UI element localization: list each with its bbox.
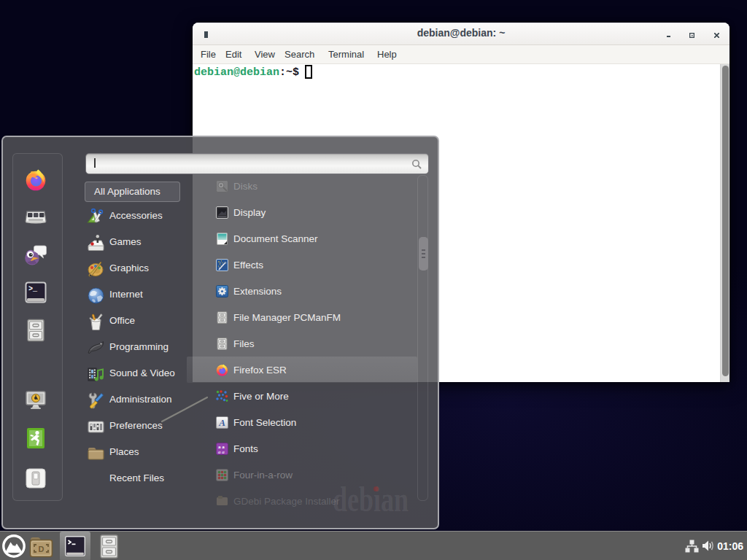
svg-text:D: D bbox=[39, 545, 44, 553]
svg-text:a a: a a bbox=[218, 449, 225, 455]
svg-text:A: A bbox=[218, 417, 225, 428]
svg-text:>_: >_ bbox=[28, 285, 38, 293]
